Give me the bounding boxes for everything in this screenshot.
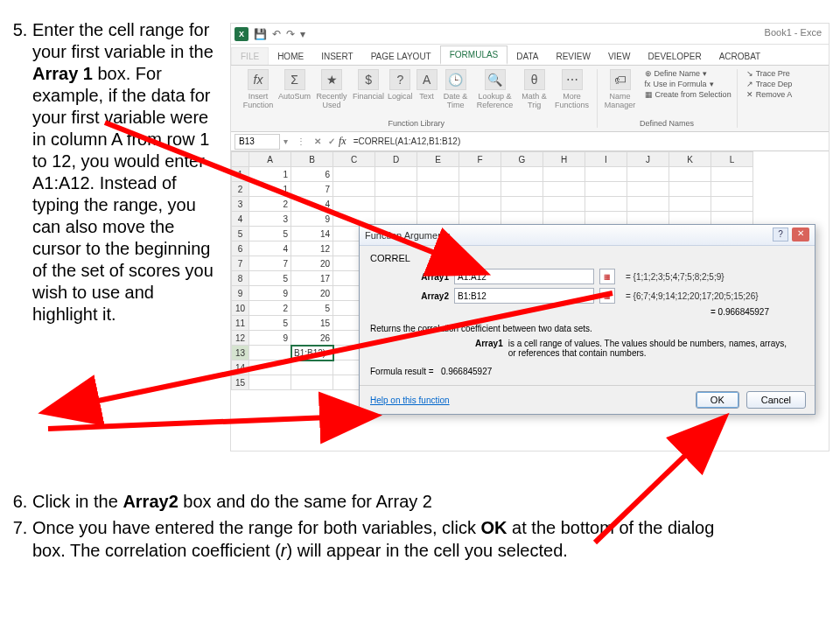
cell[interactable] (585, 197, 627, 212)
row-header[interactable]: 2 (232, 182, 249, 197)
cell[interactable]: 9 (249, 286, 291, 301)
cell[interactable] (669, 182, 711, 197)
cell[interactable]: 5 (249, 271, 291, 286)
col-header[interactable]: E (417, 152, 459, 167)
qat-dropdown-icon[interactable]: ▾ (300, 28, 305, 40)
cell[interactable] (543, 167, 585, 182)
row-header[interactable]: 10 (232, 301, 249, 316)
cell[interactable] (375, 167, 417, 182)
cell[interactable]: 26 (291, 331, 333, 346)
logical-button[interactable]: ?Logical (388, 69, 413, 109)
tab-pagelayout[interactable]: PAGE LAYOUT (362, 48, 440, 65)
tab-acrobat[interactable]: Acrobat (710, 48, 770, 65)
row-header[interactable]: 14 (232, 360, 249, 375)
col-header[interactable]: I (585, 152, 627, 167)
cancel-button[interactable]: Cancel (746, 391, 806, 409)
trace-dependents-button[interactable]: ↗Trace Dep (746, 80, 793, 88)
name-manager-button[interactable]: 🏷Name Manager (603, 69, 638, 109)
cancel-formula-icon[interactable]: ✕ (314, 136, 321, 146)
math-trig-button[interactable]: θMath & Trig (520, 69, 550, 109)
autosum-button[interactable]: ΣAutoSum (278, 69, 311, 109)
cell[interactable] (585, 167, 627, 182)
create-from-selection-button[interactable]: ▦Create from Selection (645, 90, 732, 99)
cell[interactable] (333, 182, 375, 197)
cell[interactable]: 2 (249, 301, 291, 316)
cell[interactable]: 20 (291, 286, 333, 301)
remove-arrows-button[interactable]: ✕Remove A (746, 90, 793, 99)
cell[interactable]: 17 (291, 271, 333, 286)
cell[interactable] (711, 182, 753, 197)
row-header[interactable]: 6 (232, 242, 249, 256)
cell[interactable] (669, 197, 711, 212)
cell[interactable] (333, 197, 375, 212)
cell[interactable] (627, 182, 669, 197)
cell[interactable]: 5 (249, 316, 291, 331)
cell[interactable]: 2 (249, 197, 291, 212)
row-header[interactable]: 3 (232, 197, 249, 212)
cell[interactable] (585, 182, 627, 197)
tab-formulas[interactable]: FORMULAS (440, 46, 508, 65)
cell[interactable] (291, 360, 333, 375)
row-header[interactable]: 4 (232, 212, 249, 227)
cell[interactable]: 7 (291, 182, 333, 197)
col-header[interactable]: L (711, 152, 753, 167)
more-functions-button[interactable]: ⋯More Functions (553, 69, 592, 109)
cell[interactable] (501, 197, 543, 212)
financial-button[interactable]: $Financial (353, 69, 384, 109)
date-time-button[interactable]: 🕒Date & Time (441, 69, 471, 109)
cell[interactable] (711, 197, 753, 212)
col-header[interactable]: C (333, 152, 375, 167)
cell[interactable] (417, 197, 459, 212)
cell[interactable] (291, 375, 333, 390)
cell[interactable]: 5 (249, 227, 291, 242)
row-header[interactable]: 8 (232, 271, 249, 286)
insert-function-button[interactable]: fxInsert Function (242, 69, 275, 109)
formula-input[interactable]: =CORREL(A1:A12,B1:B12) (350, 136, 825, 146)
row-header[interactable]: 12 (232, 331, 249, 346)
cell[interactable] (333, 167, 375, 182)
tab-insert[interactable]: INSERT (312, 48, 362, 65)
trace-precedents-button[interactable]: ↘Trace Pre (746, 69, 793, 78)
row-header[interactable]: 5 (232, 227, 249, 242)
accept-formula-icon[interactable]: ✓ (328, 136, 335, 146)
array1-input[interactable] (454, 269, 594, 284)
cell[interactable] (459, 182, 501, 197)
dialog-titlebar[interactable]: Function Arguments ? ✕ (360, 225, 815, 246)
undo-icon[interactable]: ↶ (272, 28, 281, 40)
cell[interactable]: 6 (291, 167, 333, 182)
cell[interactable]: 5 (291, 301, 333, 316)
cell[interactable] (249, 360, 291, 375)
cell[interactable]: 4 (249, 242, 291, 256)
fx-icon[interactable]: fx (339, 135, 346, 148)
save-icon[interactable]: 💾 (254, 28, 267, 40)
cell[interactable]: 4 (291, 197, 333, 212)
col-header[interactable]: J (627, 152, 669, 167)
lookup-button[interactable]: 🔍Lookup & Reference (474, 69, 516, 109)
ok-button[interactable]: OK (696, 391, 739, 409)
cell[interactable]: 14 (291, 227, 333, 242)
cell[interactable] (249, 346, 291, 360)
dialog-close-button[interactable]: ✕ (792, 228, 809, 242)
cell[interactable] (375, 197, 417, 212)
tab-home[interactable]: HOME (269, 48, 312, 65)
name-box[interactable] (234, 134, 280, 150)
text-button[interactable]: AText (416, 69, 438, 109)
row-header[interactable]: 15 (232, 375, 249, 390)
row-header[interactable]: 11 (232, 316, 249, 331)
tab-file[interactable]: FILE (231, 47, 269, 65)
col-header[interactable]: G (501, 152, 543, 167)
recently-used-button[interactable]: ★Recently Used (314, 69, 349, 109)
cell[interactable]: 7 (249, 256, 291, 271)
cell[interactable]: 3 (249, 212, 291, 227)
select-all-cell[interactable] (232, 152, 249, 167)
col-header[interactable]: K (669, 152, 711, 167)
cell[interactable]: 15 (291, 316, 333, 331)
cell[interactable] (543, 197, 585, 212)
col-header[interactable]: F (459, 152, 501, 167)
cell[interactable] (627, 167, 669, 182)
cell[interactable]: 12 (291, 242, 333, 256)
array1-collapse-button[interactable]: ▦ (599, 269, 615, 284)
redo-icon[interactable]: ↷ (286, 28, 295, 40)
row-header[interactable]: 9 (232, 286, 249, 301)
define-name-button[interactable]: ⊕Define Name▾ (645, 69, 732, 78)
